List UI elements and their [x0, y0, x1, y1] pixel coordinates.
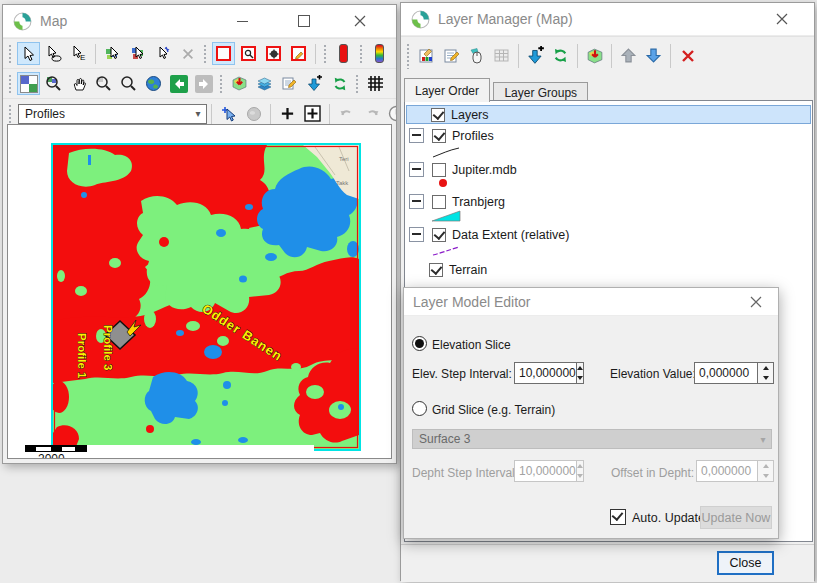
- history-clock-button[interactable]: [385, 102, 396, 125]
- layers-checkbox[interactable]: [431, 108, 445, 122]
- grid-toggle-button[interactable]: [364, 72, 387, 95]
- zoom-region-tool-button[interactable]: [17, 72, 40, 95]
- layer-style-button[interactable]: [415, 44, 438, 67]
- collapse-expander[interactable]: [409, 162, 424, 177]
- tree-row-profiles[interactable]: Profiles: [406, 126, 811, 145]
- minimize-button[interactable]: [220, 5, 264, 37]
- map-select-tool-1-button[interactable]: [101, 42, 124, 65]
- toolbar-grip[interactable]: [406, 43, 411, 69]
- elevation-value-field[interactable]: 0,000000: [694, 362, 774, 384]
- toolbar-grip[interactable]: [359, 44, 364, 64]
- zoom-window-button[interactable]: [42, 72, 65, 95]
- spinner-buttons[interactable]: [576, 363, 583, 383]
- map-client-area[interactable]: Teri Takk Odder Banen Profile 3 Profile …: [7, 124, 392, 459]
- toolbar-grip[interactable]: [8, 44, 13, 64]
- close-button[interactable]: [338, 5, 382, 37]
- select-tool-button[interactable]: [17, 42, 40, 65]
- properties-button[interactable]: [278, 72, 301, 95]
- red-frame-icon: [216, 46, 231, 61]
- layer-manager-button[interactable]: [253, 72, 276, 95]
- toolbar-grip[interactable]: [219, 74, 224, 94]
- tranbjerg-checkbox[interactable]: [432, 195, 446, 209]
- separator: [670, 44, 671, 68]
- attribute-table-button-disabled[interactable]: [490, 44, 513, 67]
- profiles-dropdown[interactable]: Profiles ▾: [18, 104, 207, 124]
- clear-selection-button[interactable]: [176, 42, 199, 65]
- grid-slice-radio[interactable]: [412, 401, 427, 416]
- spin-down-icon: [577, 376, 583, 380]
- data-extent-checkbox[interactable]: [432, 228, 446, 242]
- previous-view-button[interactable]: [167, 72, 190, 95]
- map-select-tool-2-button[interactable]: [126, 42, 149, 65]
- update-now-button[interactable]: Update Now: [700, 506, 772, 529]
- zoom-tool-button[interactable]: [117, 72, 140, 95]
- full-extent-button[interactable]: [142, 72, 165, 95]
- lasso-select-button[interactable]: [42, 42, 65, 65]
- map-select-tool-3-button[interactable]: [151, 42, 174, 65]
- add-layer-button[interactable]: [524, 44, 547, 67]
- move-layer-up-button-disabled[interactable]: [617, 44, 640, 67]
- toolbar-grip[interactable]: [203, 44, 208, 64]
- tree-row-layers[interactable]: Layers: [406, 105, 811, 124]
- collapse-expander[interactable]: [409, 128, 424, 143]
- move-layer-down-button[interactable]: [642, 44, 665, 67]
- maximize-button[interactable]: [282, 5, 326, 37]
- edit-select-button[interactable]: E: [67, 42, 90, 65]
- add-node-snap-button[interactable]: [301, 102, 324, 125]
- toolbar-grip[interactable]: [8, 74, 13, 94]
- redo-button[interactable]: [360, 102, 383, 125]
- add-layer-button[interactable]: [303, 72, 326, 95]
- tab-layer-order[interactable]: Layer Order: [404, 78, 490, 102]
- zoom-out-tool-button[interactable]: [92, 72, 115, 95]
- borehole-log-tool-button[interactable]: [368, 42, 391, 65]
- zoom-box-tool-button[interactable]: [212, 42, 235, 65]
- terrain-checkbox[interactable]: [429, 263, 443, 277]
- auto-update-checkbox[interactable]: [610, 509, 626, 525]
- refresh-button[interactable]: [328, 72, 351, 95]
- elevation-slice-radio[interactable]: [412, 336, 427, 351]
- elev-step-interval-field[interactable]: 10,000000: [514, 362, 584, 384]
- spinner-buttons[interactable]: [757, 363, 773, 383]
- toolbar-grip[interactable]: [323, 44, 328, 64]
- tree-row-jupiter[interactable]: Jupiter.mdb: [406, 160, 811, 179]
- tree-row-data-extent[interactable]: Data Extent (relative): [406, 225, 811, 244]
- map-canvas[interactable]: Teri Takk Odder Banen Profile 3 Profile …: [51, 143, 361, 451]
- close-dialog-button[interactable]: [738, 288, 774, 315]
- close-button[interactable]: [760, 3, 804, 35]
- map-cursor-icon: [130, 46, 146, 62]
- zoom-box-edit-button[interactable]: [287, 42, 310, 65]
- toolbar-grip[interactable]: [355, 74, 360, 94]
- map-window: Map E: [2, 4, 397, 464]
- borehole-tool-button[interactable]: [332, 42, 355, 65]
- refresh-layers-button[interactable]: [549, 44, 572, 67]
- zoom-to-layer-button[interactable]: [583, 44, 606, 67]
- collapse-expander[interactable]: [409, 227, 424, 242]
- dialog-title: Layer Model Editor: [413, 294, 531, 310]
- basemap-corner-text-2: Takk: [336, 180, 349, 186]
- tree-row-terrain[interactable]: Terrain: [406, 260, 811, 279]
- profiles-checkbox[interactable]: [432, 129, 446, 143]
- delete-layer-button[interactable]: [676, 44, 699, 67]
- zoom-box-target-button[interactable]: [262, 42, 285, 65]
- goto-map-button[interactable]: [228, 72, 251, 95]
- toolbar-grip[interactable]: [8, 104, 13, 124]
- chevron-down-icon: ▾: [190, 108, 206, 119]
- cursor-icon: [21, 46, 37, 62]
- map-download-icon: [231, 75, 248, 92]
- add-node-button[interactable]: [276, 102, 299, 125]
- pan-tool-button[interactable]: [67, 72, 90, 95]
- undo-button[interactable]: [335, 102, 358, 125]
- next-view-button[interactable]: [192, 72, 215, 95]
- tree-label: Layers: [451, 108, 489, 122]
- offset-in-depth-field: 0,000000: [696, 460, 774, 482]
- layer-properties-button[interactable]: [440, 44, 463, 67]
- close-layer-manager-button[interactable]: Close: [717, 551, 774, 575]
- profile-circle-button-disabled[interactable]: [242, 102, 265, 125]
- zoom-box-magnify-button[interactable]: [237, 42, 260, 65]
- jupiter-checkbox[interactable]: [432, 163, 446, 177]
- add-profile-cursor-button[interactable]: [217, 102, 240, 125]
- surface-dropdown-disabled[interactable]: Surface 3 ▾: [412, 429, 772, 449]
- collapse-expander[interactable]: [409, 194, 424, 209]
- tree-row-tranbjerg[interactable]: Tranbjerg: [406, 192, 811, 211]
- mouse-settings-button[interactable]: [465, 44, 488, 67]
